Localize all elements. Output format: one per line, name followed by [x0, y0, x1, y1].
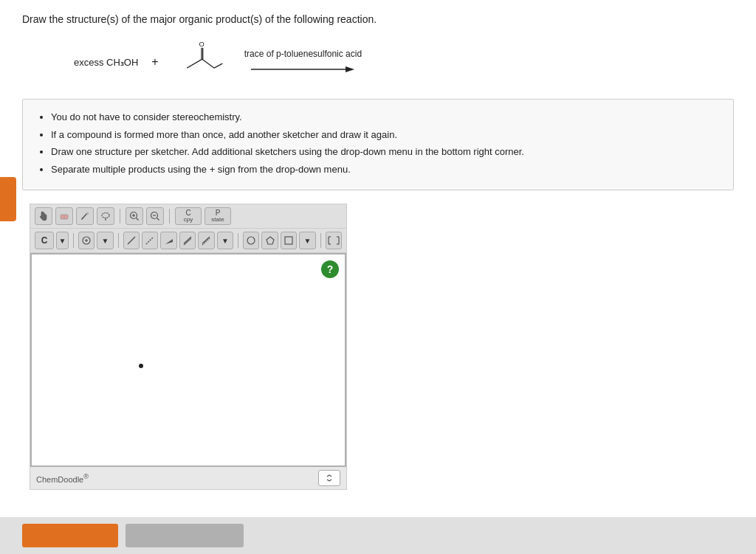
shape-circle-icon — [246, 235, 256, 246]
shape-dropdown-btn[interactable]: ▼ — [299, 232, 315, 249]
question-label: Draw the structure(s) of the major organ… — [22, 13, 377, 25]
bracket-icon — [327, 235, 340, 246]
svg-line-10 — [82, 213, 87, 219]
shape-pentagon-icon — [265, 235, 275, 246]
ring-add-btn[interactable] — [78, 232, 94, 249]
copy-label-copy: cpy — [184, 217, 193, 223]
erase-btn[interactable] — [55, 207, 73, 225]
sketcher-dropdown-btn[interactable] — [318, 470, 340, 486]
instructions-list: You do not have to consider stereochemis… — [36, 110, 720, 176]
reaction-area: excess CH₃OH + O trace of p-toluenesulfo… — [0, 32, 756, 91]
shape-circle-btn[interactable] — [243, 232, 259, 249]
paste-label-state: state — [211, 217, 224, 223]
toolbar-separator-1 — [120, 209, 120, 224]
ketone-structure: O — [179, 40, 224, 84]
svg-line-25 — [128, 237, 135, 244]
zoom-in-icon — [129, 211, 140, 221]
instructions-box: You do not have to consider stereochemis… — [22, 99, 734, 190]
instruction-item-4: Separate multiple products using the + s… — [51, 162, 720, 177]
bond-double2-btn[interactable] — [198, 232, 214, 249]
bond-wedge-btn[interactable] — [160, 232, 176, 249]
hand-tool-btn[interactable] — [35, 207, 52, 225]
sketcher-toolbar-bottom: C ▼ ▼ — [30, 229, 346, 253]
svg-point-13 — [102, 213, 109, 218]
bond-single-btn[interactable] — [123, 232, 140, 249]
svg-line-30 — [202, 237, 210, 243]
ring-dropdown-btn[interactable]: ▼ — [97, 232, 113, 249]
svg-point-32 — [247, 237, 255, 244]
zoom-out-icon — [150, 211, 160, 221]
svg-line-28 — [184, 237, 191, 243]
reaction-arrow-area: trace of p-toluenesulfonic acid — [244, 49, 362, 75]
svg-line-3 — [187, 59, 202, 68]
bond-single-icon — [126, 235, 137, 246]
shape-square-icon — [284, 235, 294, 246]
bond-dropdown-btn[interactable]: ▼ — [217, 232, 233, 249]
hand-icon — [38, 211, 49, 221]
instruction-item-2: If a compound is formed more than once, … — [51, 128, 720, 142]
element-c-btn[interactable]: C — [35, 232, 54, 249]
ketone-svg: O — [179, 40, 224, 84]
eraser-icon — [59, 211, 69, 221]
bond-double-icon — [182, 235, 193, 246]
bond-double2-icon — [201, 235, 211, 246]
arrow-svg — [251, 60, 354, 75]
svg-line-31 — [202, 238, 210, 245]
svg-marker-7 — [346, 66, 354, 72]
question-text: Draw the structure(s) of the major organ… — [0, 0, 756, 32]
bond-wedge-icon — [164, 235, 174, 246]
chemdoodle-label: ChemDoodle® — [36, 473, 89, 484]
copy-btn[interactable]: C cpy — [175, 207, 202, 225]
toolbar-separator-5 — [238, 233, 238, 248]
toolbar-separator-3 — [73, 233, 74, 248]
pencil-icon — [80, 211, 90, 221]
bond-dashed-icon — [145, 235, 155, 246]
chemdoodle-text: ChemDoodle — [36, 474, 83, 483]
zoom-out-btn[interactable] — [146, 207, 164, 225]
svg-line-29 — [184, 238, 191, 245]
submit-button[interactable] — [22, 524, 118, 547]
lasso-icon — [100, 211, 111, 221]
toolbar-separator-4 — [118, 233, 119, 248]
chevron-updown-icon — [325, 474, 334, 482]
canvas-dot — [139, 364, 143, 368]
help-button[interactable]: ? — [321, 260, 339, 278]
paste-btn[interactable]: P state — [205, 207, 231, 225]
secondary-button[interactable] — [126, 524, 244, 547]
instruction-item-3: Draw one structure per sketcher. Add add… — [51, 145, 720, 159]
svg-rect-34 — [285, 237, 292, 244]
sketcher-footer: ChemDoodle® — [30, 467, 346, 489]
bracket-btn[interactable] — [326, 232, 342, 249]
sketcher-canvas[interactable]: ? — [30, 253, 346, 467]
svg-line-18 — [137, 218, 139, 221]
instruction-item-1: You do not have to consider stereochemis… — [51, 110, 720, 125]
svg-text:O: O — [199, 40, 204, 48]
orange-tab[interactable] — [0, 177, 16, 221]
ring-add-icon — [81, 235, 92, 246]
svg-marker-27 — [165, 239, 173, 244]
lasso-btn[interactable] — [97, 207, 114, 225]
toolbar-separator-2 — [169, 209, 170, 224]
page-container: Draw the structure(s) of the major organ… — [0, 0, 756, 554]
pencil-btn[interactable] — [76, 207, 94, 225]
chemdoodle-sup: ® — [83, 473, 89, 480]
sketcher-toolbar-top: C cpy P state — [30, 204, 346, 229]
plus-sign: + — [151, 55, 158, 69]
shape-square-btn[interactable] — [281, 232, 297, 249]
svg-line-4 — [202, 59, 214, 68]
bond-double-btn[interactable] — [179, 232, 196, 249]
arrow-label: trace of p-toluenesulfonic acid — [244, 49, 362, 59]
toolbar-separator-6 — [320, 233, 321, 248]
svg-line-26 — [146, 237, 154, 244]
svg-line-21 — [157, 218, 159, 221]
reagent1-label: excess CH₃OH — [74, 57, 138, 68]
element-dropdown-btn[interactable]: ▼ — [56, 232, 69, 249]
bottom-buttons-bar — [0, 517, 756, 554]
shape-pentagon-btn[interactable] — [261, 232, 278, 249]
help-btn-label: ? — [327, 263, 334, 275]
svg-line-5 — [214, 63, 222, 68]
svg-marker-33 — [267, 237, 274, 244]
zoom-in-btn[interactable] — [126, 207, 143, 225]
bond-dashed-btn[interactable] — [142, 232, 158, 249]
sketcher-container: C cpy P state C ▼ — [30, 204, 347, 490]
